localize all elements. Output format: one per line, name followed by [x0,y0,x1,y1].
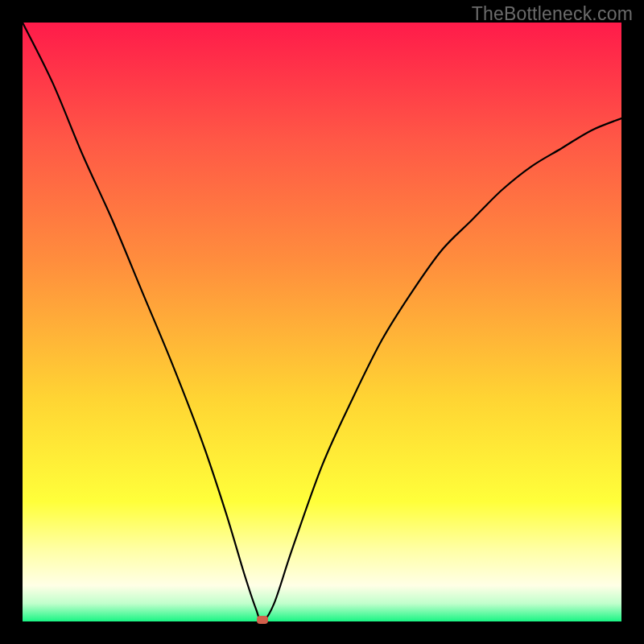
plot-area [23,23,621,621]
curve-svg [23,23,621,621]
minimum-marker [257,616,268,624]
chart-frame: TheBottleneck.com [0,0,644,644]
watermark-text: TheBottleneck.com [472,3,633,25]
bottleneck-curve [23,23,621,621]
